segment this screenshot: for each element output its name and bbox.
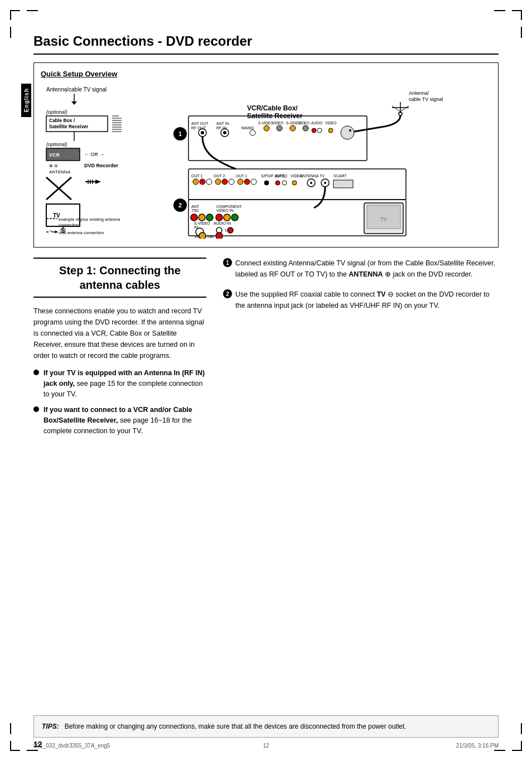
svg-marker-2 — [71, 101, 77, 105]
side-mark-rt — [521, 27, 522, 38]
svg-point-68 — [277, 125, 282, 131]
svg-text:MAINS: MAINS — [241, 126, 254, 130]
side-mark-bl — [27, 750, 38, 751]
svg-text:⊕ ⊖: ⊕ ⊖ — [49, 163, 58, 168]
footer-code: 001_033_dvdr3355_37A_eng5 — [33, 743, 110, 749]
instruction-text-1: Connect existing Antenna/Cable TV signal… — [235, 258, 499, 280]
svg-point-115 — [199, 214, 205, 221]
svg-point-88 — [229, 179, 234, 185]
svg-text:75Ω: 75Ω — [191, 209, 199, 212]
step-right: 1 Connect existing Antenna/Cable TV sign… — [223, 258, 499, 442]
svg-text:ANT: ANT — [191, 205, 200, 209]
svg-point-86 — [215, 179, 221, 185]
svg-text:Satellite Receiver: Satellite Receiver — [49, 124, 89, 129]
svg-text:ANT OUT: ANT OUT — [191, 122, 209, 125]
right-diagram-svg: Antenna/ cable TV signal 1 VCR/Cabl — [169, 83, 459, 239]
side-mark-tr — [494, 10, 505, 11]
footer-date: 21/3/05, 3:16 PM — [456, 743, 499, 749]
svg-point-96 — [275, 181, 280, 185]
svg-text:TV: TV — [320, 174, 325, 178]
bullet-text-1: If your TV is equipped with an Antenna I… — [43, 368, 206, 399]
svg-point-120 — [224, 214, 230, 221]
bullet-icon-1 — [33, 370, 39, 375]
svg-point-64 — [250, 130, 255, 135]
instruction-item-1: 1 Connect existing Antenna/Cable TV sign… — [223, 258, 499, 280]
svg-point-75 — [317, 128, 322, 133]
svg-text:(optional): (optional) — [46, 142, 67, 147]
svg-text:VCR: VCR — [49, 152, 60, 158]
side-mark-lt — [10, 27, 11, 38]
bullet-item-2: If you want to connect to a VCR and/or C… — [33, 405, 206, 436]
svg-point-84 — [206, 179, 212, 185]
svg-text:VCR/Cable Box/: VCR/Cable Box/ — [247, 104, 298, 112]
svg-text:AUDIO: AUDIO — [275, 174, 288, 178]
step-title: Step 1: Connecting theantenna cables — [59, 264, 181, 291]
svg-text:OUT 2: OUT 2 — [214, 174, 225, 178]
diagram-right: Antenna/ cable TV signal 1 VCR/Cabl — [169, 83, 491, 240]
tips-label: TIPS: — [42, 723, 59, 730]
svg-point-74 — [312, 128, 316, 133]
antenna-bold: ANTENNA — [349, 270, 383, 278]
svg-text:ANT IN: ANT IN — [216, 122, 229, 125]
svg-text:AUDIO: AUDIO — [311, 121, 323, 125]
svg-text:S-VIDEO: S-VIDEO — [194, 221, 210, 225]
svg-point-66 — [264, 125, 269, 131]
svg-line-39 — [50, 230, 52, 232]
svg-text:cable TV signal: cable TV signal — [409, 96, 443, 102]
svg-text:S-VIDEO: S-VIDEO — [258, 121, 273, 125]
svg-point-102 — [310, 182, 312, 184]
svg-text:Cable Box /: Cable Box / — [49, 118, 75, 123]
left-diagram-svg: Antenna/cable TV signal (optional) Cable… — [41, 83, 158, 239]
language-label: English — [23, 88, 30, 112]
svg-text:TV: TV — [380, 216, 387, 222]
step-body-text: These connections enable you to watch an… — [33, 306, 206, 361]
svg-text:ANTENNA: ANTENNA — [300, 174, 319, 178]
svg-text:OUT 1: OUT 1 — [236, 174, 248, 178]
svg-point-87 — [222, 179, 228, 185]
svg-text:VIDEO IN: VIDEO IN — [216, 209, 234, 212]
svg-point-79 — [349, 129, 351, 132]
step-left: Step 1: Connecting theantenna cables The… — [33, 258, 206, 442]
corner-mark-bl — [10, 741, 20, 751]
step-section: Step 1: Connecting theantenna cables The… — [33, 258, 499, 442]
tv-bold: TV — [377, 290, 386, 298]
svg-text:2: 2 — [178, 202, 182, 209]
diagram-title: Quick Setup Overview — [41, 70, 491, 78]
svg-point-128 — [228, 227, 233, 233]
svg-text:COMPONENT: COMPONENT — [216, 205, 242, 209]
svg-text:connection: connection — [59, 222, 79, 227]
svg-text:Satellite Receiver: Satellite Receiver — [247, 112, 303, 120]
svg-point-77 — [328, 128, 333, 133]
svg-text:AUDIO IN: AUDIO IN — [214, 221, 231, 225]
svg-text:R: R — [211, 234, 214, 239]
svg-point-83 — [200, 179, 205, 185]
svg-text:L: L — [225, 227, 228, 232]
instruction-text-2: Use the supplied RF coaxial cable to con… — [235, 289, 499, 311]
svg-text:SCART: SCART — [333, 174, 347, 178]
svg-point-119 — [216, 214, 223, 221]
svg-point-121 — [231, 214, 238, 221]
svg-text:RF IN: RF IN — [216, 126, 226, 130]
svg-point-132 — [216, 232, 223, 239]
svg-text:VIDEO: VIDEO — [298, 121, 309, 125]
svg-point-116 — [206, 214, 213, 221]
svg-point-97 — [282, 181, 287, 185]
step-heading: Step 1: Connecting theantenna cables — [33, 258, 206, 298]
svg-point-82 — [193, 179, 199, 185]
bullet-text-2: If you want to connect to a VCR and/or C… — [43, 405, 206, 436]
svg-text:ANTENNA: ANTENNA — [49, 169, 71, 175]
svg-text:Antenna/cable TV signal: Antenna/cable TV signal — [46, 86, 107, 93]
svg-point-70 — [290, 125, 296, 131]
svg-marker-41 — [55, 230, 57, 234]
svg-point-92 — [251, 179, 257, 185]
svg-text:new antenna connection: new antenna connection — [59, 230, 104, 235]
side-mark-lb — [10, 723, 11, 734]
side-mark-tl — [27, 10, 38, 11]
corner-mark-br — [512, 741, 522, 751]
svg-point-72 — [303, 125, 308, 131]
page-title: Basic Connections - DVD recorder — [33, 33, 499, 55]
svg-text:(optional): (optional) — [46, 109, 67, 115]
tips-box: TIPS: Before making or changing any conn… — [33, 715, 499, 738]
diagram-box: Quick Setup Overview Antenna/cable TV si… — [33, 62, 499, 248]
svg-text:← OR →: ← OR → — [84, 152, 105, 157]
